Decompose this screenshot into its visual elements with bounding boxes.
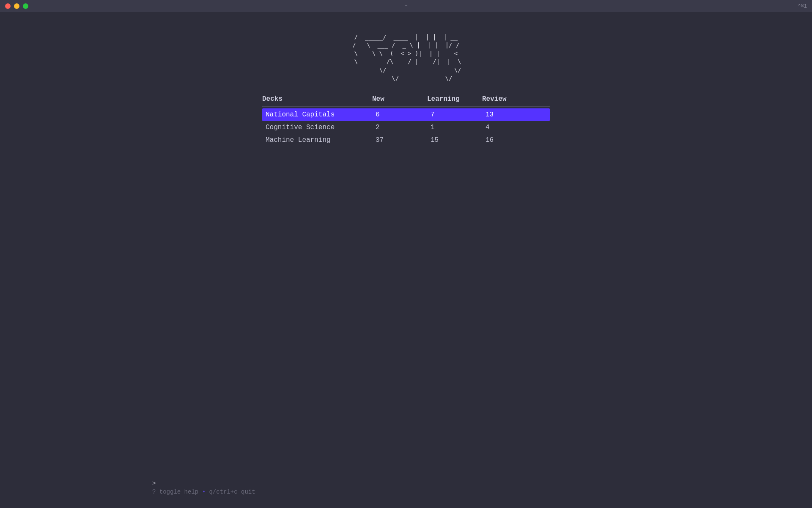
table-row[interactable]: National Capitals 6 7 13 [262,108,550,121]
titlebar: ~ ⌃⌘1 [0,0,812,12]
deck-new: 2 [376,124,431,131]
ascii-logo: ________ __ __ / _____/ ____ | | | | __ … [351,25,461,83]
deck-name: Machine Learning [266,136,376,144]
maximize-button[interactable] [23,3,28,9]
titlebar-title: ~ [404,3,407,9]
header-review: Review [482,95,537,103]
deck-review: 4 [486,124,540,131]
deck-name: Cognitive Science [266,124,376,131]
table-header: Decks New Learning Review [262,95,550,107]
bottom-bar: > ? toggle help • q/ctrl+c quit [152,480,255,495]
help-text: ? toggle help [152,489,198,495]
deck-new: 37 [376,136,431,144]
help-line: ? toggle help • q/ctrl+c quit [152,489,255,495]
separator: • [202,489,209,495]
prompt-line: > [152,480,255,487]
quit-text: q/ctrl+c quit [209,489,255,495]
header-learning: Learning [427,95,482,103]
prompt-symbol: > [152,480,156,487]
deck-table: Decks New Learning Review National Capit… [262,95,550,146]
table-row[interactable]: Cognitive Science 2 1 4 [262,121,550,134]
deck-learning: 1 [431,124,486,131]
titlebar-shortcut: ⌃⌘1 [798,3,807,9]
traffic-lights [5,3,28,9]
deck-learning: 7 [431,111,486,119]
table-row[interactable]: Machine Learning 37 15 16 [262,134,550,146]
header-decks: Decks [262,95,372,103]
minimize-button[interactable] [14,3,19,9]
deck-review: 16 [486,136,540,144]
deck-new: 6 [376,111,431,119]
deck-name: National Capitals [266,111,376,119]
close-button[interactable] [5,3,11,9]
main-content: ________ __ __ / _____/ ____ | | | | __ … [0,12,812,146]
header-new: New [372,95,427,103]
deck-review: 13 [486,111,540,119]
deck-learning: 15 [431,136,486,144]
